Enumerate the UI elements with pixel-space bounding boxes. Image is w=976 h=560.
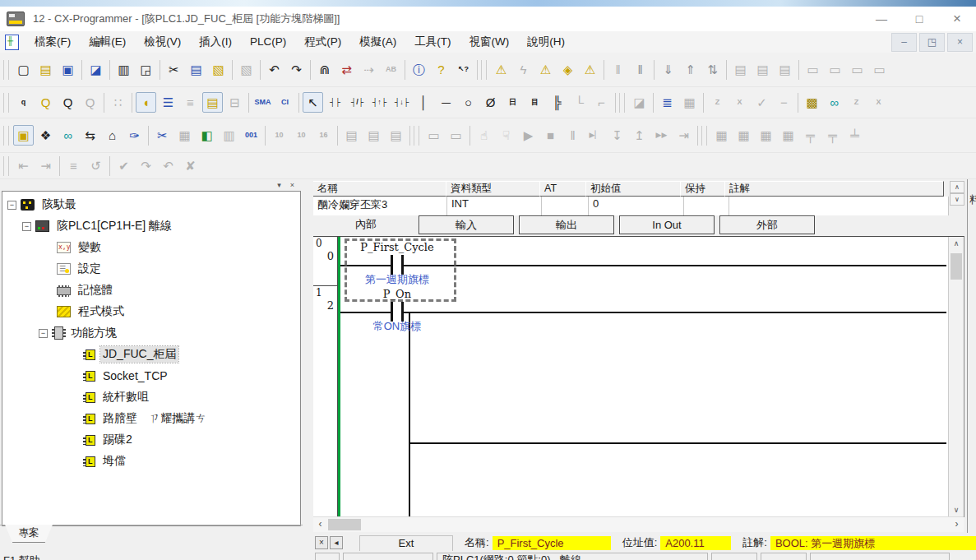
copy-button[interactable]: ▤ <box>186 59 206 80</box>
rack-view-2-button[interactable]: ▭ <box>825 59 845 80</box>
print-preview-button[interactable]: ◲ <box>136 59 156 80</box>
menu-p[interactable]: 程式(P) <box>295 31 350 53</box>
help-button[interactable]: ? <box>431 59 451 80</box>
scroll-down-button[interactable]: ∨ <box>949 503 964 517</box>
indent-left-button[interactable]: ⇤ <box>13 155 34 176</box>
compile-fb-button[interactable]: ⚠ <box>491 59 511 80</box>
contact-comment-label[interactable]: 第一週期旗標 <box>344 272 451 287</box>
tree-item-label[interactable]: 變數 <box>76 239 104 256</box>
monitor-program-button[interactable]: X <box>868 92 889 113</box>
tree-item[interactable]: 路膪壁 ㄗ耀攜講ㄘ <box>2 408 300 429</box>
rack-view-1-button[interactable]: ▭ <box>803 59 823 80</box>
toolbar-grip[interactable] <box>414 126 419 146</box>
zoom-out-button[interactable]: Q <box>80 92 100 113</box>
menu-t[interactable]: 工具(T) <box>405 31 460 53</box>
sim-run-to-break-button[interactable]: ⇥ <box>673 125 694 146</box>
scroll-down-button[interactable]: ∨ <box>950 193 964 206</box>
compile-button[interactable]: ◪ <box>86 59 106 80</box>
sim-run-button[interactable]: ▶ <box>518 125 539 146</box>
watch-monitor-button[interactable]: ∞ <box>824 92 844 113</box>
find-next-button[interactable]: ⇢ <box>358 59 379 80</box>
replace-button[interactable]: ⇄ <box>336 59 357 80</box>
scrollbar-thumb[interactable] <box>951 253 962 280</box>
pane-close-button[interactable]: × <box>315 536 328 549</box>
ladder-vertical-scrollbar[interactable]: ∧ ∨ <box>948 237 964 517</box>
monitor-hex-button[interactable]: 16 <box>313 125 334 146</box>
symbol-table-button[interactable]: SMA <box>252 92 273 113</box>
scroll-up-button[interactable]: ∧ <box>949 237 964 251</box>
rung-list-button[interactable]: ☰ <box>158 92 178 113</box>
find-button[interactable]: ⋒ <box>314 59 335 80</box>
watch-window-button[interactable]: ∞ <box>58 125 78 146</box>
tree-item[interactable]: 坶儅 <box>2 451 300 472</box>
tree-item-label[interactable]: 坶儅 <box>100 453 128 470</box>
new-or-contact-button[interactable]: ┤↑├ <box>369 92 390 113</box>
tree-item[interactable]: Socket_TCP <box>2 365 300 386</box>
new-closed-contact-button[interactable]: ┤/├ <box>347 92 368 113</box>
scrollbar-thumb[interactable] <box>328 519 361 530</box>
menu-plcp[interactable]: PLC(P) <box>241 31 295 53</box>
rung-comment-button[interactable]: ◖ <box>136 92 156 113</box>
fb-instance-3-button[interactable]: ╧ <box>844 125 865 146</box>
new-contact-button[interactable]: ┤├ <box>325 92 345 113</box>
rung-margin-1[interactable]: 1 2 <box>313 286 338 517</box>
toolbar-grip[interactable] <box>701 126 707 146</box>
tree-item[interactable]: −功能方塊 <box>2 322 300 344</box>
mdi-minimize-button[interactable]: – <box>891 33 917 52</box>
tab-內部[interactable]: 內部 <box>318 215 414 234</box>
ladder-editor[interactable]: 0 0 1 2 P_First_Cycle P_On 第一週期旗標 常ON旗標 … <box>313 236 964 517</box>
debug-stop-button[interactable]: ☝ <box>474 125 494 146</box>
output-window-button[interactable]: ❖ <box>35 125 56 146</box>
ci-dialog-button[interactable]: CI <box>275 92 295 113</box>
menu-a[interactable]: 模擬(A) <box>350 31 405 53</box>
tree-item-label[interactable]: 陔PLC1[CP1H-E] 離線 <box>54 218 174 234</box>
print-button[interactable]: ▥ <box>113 59 134 80</box>
sim-continuous-step-button[interactable]: ▶▶ <box>651 125 672 146</box>
toolbar-grip[interactable] <box>3 126 9 146</box>
ladder-horizontal-scrollbar[interactable]: ‹ › <box>313 516 964 532</box>
transfer-from-plc-button[interactable]: ⇑ <box>680 59 701 80</box>
sim-stop-button[interactable]: ■ <box>540 125 561 146</box>
ladder-view-button[interactable]: ▤ <box>202 92 223 113</box>
mdi-restore-button[interactable]: ◳ <box>919 33 945 52</box>
fb-instance-2-button[interactable]: ╤ <box>822 125 843 146</box>
tree-item[interactable]: 統杆數咀 <box>2 386 300 408</box>
menu-v[interactable]: 檢視(V) <box>135 31 190 53</box>
replace-all-button[interactable]: AB <box>381 59 401 80</box>
toolbar-grip[interactable] <box>3 60 9 80</box>
compare-with-plc-button[interactable]: ⇅ <box>702 59 723 80</box>
new-closed-coil-button[interactable]: Ø <box>480 92 501 113</box>
symbol-editor-button[interactable]: ✂ <box>152 125 173 146</box>
sim-step-run-button[interactable]: ▶▏ <box>585 125 605 146</box>
tree-item-label[interactable]: 陔馱最 <box>39 197 79 213</box>
line-mode-button[interactable]: └ <box>569 92 590 113</box>
contact-variable-label[interactable]: P_First_Cycle <box>344 241 451 253</box>
fb-source-transfer-button[interactable]: ▦ <box>679 92 700 113</box>
pane-close-button[interactable]: × <box>287 180 298 190</box>
new-coil-button[interactable]: ○ <box>458 92 479 113</box>
force-set-button[interactable]: ▤ <box>341 125 362 146</box>
select-mode-button[interactable]: ↖ <box>303 92 323 113</box>
comment-edit-3-button[interactable]: ↶ <box>158 155 178 176</box>
tree-item[interactable]: 踢碟2 <box>2 429 300 451</box>
comment-edit-1-button[interactable]: ✔ <box>113 155 134 176</box>
monitor-binary-button[interactable]: 001 <box>241 125 261 146</box>
tree-item-label[interactable]: 踢碟2 <box>100 432 135 448</box>
cut-button[interactable]: ✂ <box>164 59 184 80</box>
partial-transfer-1-button[interactable]: ▤ <box>730 59 751 80</box>
comment-edit-4-button[interactable]: ✘ <box>180 155 201 176</box>
scroll-left-button[interactable]: ‹ <box>313 517 327 532</box>
fb-invocation-button[interactable]: ╠ <box>547 92 567 113</box>
menu-e[interactable]: 編輯(E) <box>80 31 135 53</box>
maximize-button[interactable]: □ <box>900 7 938 31</box>
toolbar-grip[interactable] <box>619 93 625 113</box>
monitor-symbols-button[interactable]: Z <box>846 92 867 113</box>
toolbar-grip[interactable] <box>3 156 9 176</box>
tree-item-label[interactable]: 記憶體 <box>76 282 115 299</box>
pause-button[interactable]: ‖ <box>630 59 650 80</box>
tree-item-label[interactable]: JD_FUC_柜屆 <box>100 346 178 363</box>
new-fb-instruction-button[interactable]: 目 <box>525 92 545 113</box>
network-view-4-button[interactable]: ▦ <box>778 125 798 146</box>
paste-button[interactable]: ▧ <box>208 59 229 80</box>
tab-project[interactable]: 專案 <box>5 525 53 543</box>
